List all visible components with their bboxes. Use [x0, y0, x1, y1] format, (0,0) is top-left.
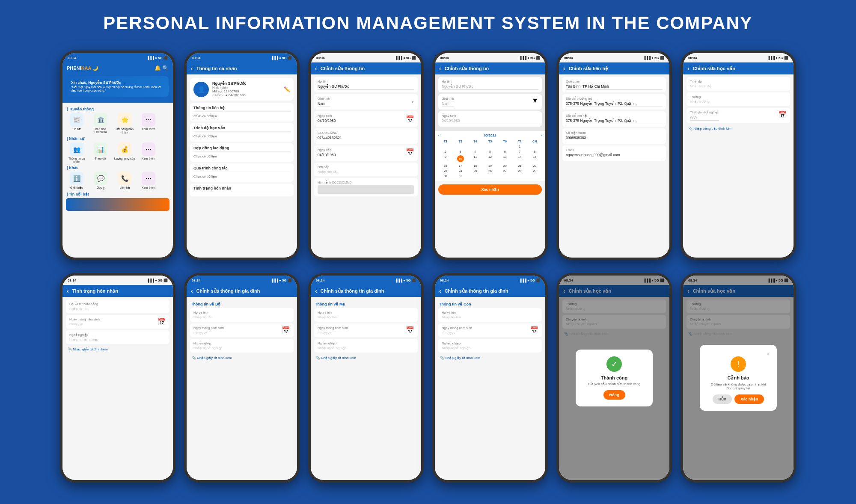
attach-child[interactable]: 📎 Nhập giấy tờ đính kèm: [438, 354, 542, 362]
field-vo-chong: Họ và tên vợ/chồng Nhập họ tên: [66, 299, 169, 313]
status-bar: 08:34 ▐▐▐ ● 5G ⬛: [62, 53, 173, 62]
phones-row-1: 08:34 ▐▐▐ ● 5G ⬛ PHENIKAA 🌙 🔔 🔍 Xin chào…: [17, 50, 839, 260]
menu-luong[interactable]: 💰 Lương, phụ cấp: [114, 142, 135, 163]
huy-button[interactable]: Hủy: [713, 394, 732, 404]
calendar-icon-mother: 📅: [406, 326, 414, 335]
contact-info-section[interactable]: Thông tin liên hệ Chưa có dữ liệu: [190, 103, 294, 122]
menu-xem-them-3[interactable]: ⋯ Xem thêm: [138, 172, 159, 190]
mother-section-label: Thông tin về Mẹ: [314, 302, 418, 306]
back-btn-contact[interactable]: ‹: [563, 65, 565, 72]
field-gioi-tinh[interactable]: Giới tính Nam ▼: [314, 94, 418, 110]
edit-contact-header: ‹ Chỉnh sửa liên hệ: [559, 62, 669, 74]
contract-section[interactable]: Hợp đồng lao động Chưa có dữ liệu: [190, 143, 294, 162]
menu-xem-them-2[interactable]: ⋯ Xem thêm: [138, 142, 159, 163]
menu-lien-he[interactable]: 📞 Liên hệ: [114, 172, 135, 190]
page-title: PERSONAL INFORMATION MANAGEMENT SYSTEM I…: [103, 13, 753, 33]
field-truong: Trường Nhập trường: [687, 92, 790, 106]
field-ten-bo: Họ và tên Nhập họ tên: [190, 308, 294, 322]
education-section[interactable]: Trình độ học vấn Chưa có dữ liệu: [190, 123, 294, 142]
section-truyen-thong: | Truyền thông: [66, 107, 169, 111]
warning-modal-overlay: ✕ ! Cảnh báo Dữ liệu sẽ không được cập n…: [683, 276, 794, 480]
personal-info-header: ‹ Thông tin cá nhân: [187, 62, 297, 74]
back-btn-father[interactable]: ‹: [191, 288, 193, 294]
success-modal-overlay: ✓ Thành công Gửi yêu cầu chỉnh sửa thành…: [559, 276, 669, 480]
field-que-quan: Quê quán Tân Bình, TP Hồ Chí Minh: [562, 77, 666, 92]
field-ngay-sinh-vo[interactable]: Ngày tháng năm sinh mm/yyyy 📅: [66, 315, 169, 329]
calendar-picker: ‹ 05/2022 › T2 T3 T4 T5 T6 T7 CN 1: [435, 131, 545, 181]
status-bar-4: 08:34 ▐▐▐ ● 5G ⬛: [435, 53, 545, 62]
status-bar-6: 08:34 ▐▐▐ ● 5G ⬛: [683, 53, 794, 62]
profile-card: 👤 Nguyễn Sư Phước Nhân viên Mã số: 12456…: [190, 78, 294, 101]
phone-family-father: 08:34 ▐▐▐ ● 5G ⬛ ‹ Chỉnh sửa thông tin g…: [184, 273, 300, 483]
menu-theo-doi[interactable]: 📊 Theo dõi: [90, 142, 111, 163]
field-trinh-do: Trình độ Nhập trình độ: [687, 77, 790, 91]
xac-nhan-button[interactable]: Xác nhận: [734, 394, 764, 404]
calendar-icon: 📅: [406, 115, 414, 123]
menu-thong-tin[interactable]: 👥 Thông tin cá nhân: [66, 142, 87, 163]
field-sdt: Số điện thoại 0908838383: [562, 128, 666, 144]
attach-mother[interactable]: 📎 Nhập giấy tờ đính kèm: [314, 354, 418, 362]
warning-icon: !: [731, 356, 746, 372]
menu-xem-them-1[interactable]: ⋯ Xem thêm: [138, 113, 159, 134]
warning-modal-title: Cảnh báo: [707, 375, 770, 381]
back-btn-mother[interactable]: ‹: [315, 288, 317, 294]
calendar-icon-edu: 📅: [778, 110, 787, 121]
field-hinh-cccd: Hình ảnh CCCD/CMND: [314, 178, 418, 196]
status-bar-9: 08:34 ▐▐▐ ● 5G ⬛: [311, 276, 421, 285]
field-ten-me: Họ và tên Nhập họ tên: [314, 308, 418, 322]
menu-tin-tuc[interactable]: 📰 Tin tức: [66, 113, 87, 134]
phone-family-mother: 08:34 ▐▐▐ ● 5G ⬛ ‹ Chỉnh sửa thông tin g…: [308, 273, 424, 483]
phones-grid: 08:34 ▐▐▐ ● 5G ⬛ PHENIKAA 🌙 🔔 🔍 Xin chào…: [17, 50, 839, 483]
work-history-section[interactable]: Quá trình công tác Chưa có dữ liệu: [190, 163, 294, 182]
edit-education-header: ‹ Chỉnh sửa học vấn: [683, 62, 794, 74]
father-section-label: Thông tin về Bố: [190, 302, 294, 306]
marital-section[interactable]: Tình trạng hôn nhân: [190, 184, 294, 196]
avatar: 👤: [193, 82, 209, 97]
status-bar-7: 08:34 ▐▐▐ ● 5G ⬛: [62, 276, 173, 285]
dong-button[interactable]: Đóng: [603, 390, 625, 400]
menu-gop-y[interactable]: 💬 Góp ý: [90, 172, 111, 190]
back-btn-child[interactable]: ‹: [439, 288, 441, 294]
back-btn-marital[interactable]: ‹: [67, 288, 69, 294]
featured-banner: [66, 198, 169, 211]
close-warning-icon[interactable]: ✕: [767, 352, 770, 356]
phones-row-2: 08:34 ▐▐▐ ● 5G ⬛ ‹ Tình trạng hôn nhân H…: [17, 273, 839, 483]
calendar-icon-father: 📅: [282, 326, 290, 335]
greeting-banner: Xin chào, Nguyễn Sư Phước "Mỗi một ngày …: [67, 76, 169, 97]
phone-edit-basic: 08:34 ▐▐▐ ● 5G ⬛ ‹ Chỉnh sửa thông tin H…: [308, 50, 424, 260]
field-ho-ten: Họ tên Nguyễn Sư Phước: [314, 77, 418, 92]
back-btn-edu[interactable]: ‹: [687, 65, 690, 72]
phone-family-child: 08:34 ▐▐▐ ● 5G ⬛ ‹ Chỉnh sửa thông tin g…: [432, 273, 548, 483]
family-child-header: ‹ Chỉnh sửa thông tin gia đình: [435, 285, 545, 297]
field-noi-cap: Nơi cấp Nhập nơi cấp: [314, 163, 418, 176]
success-modal-title: Thành công: [583, 375, 646, 380]
back-btn-edit[interactable]: ‹: [315, 65, 317, 72]
success-modal-desc: Gửi yêu cầu chỉnh sửa thành công: [583, 382, 646, 386]
field-ngay-sinh[interactable]: Ngày sinh 04/10/1980 📅: [314, 111, 418, 127]
warning-modal-box: ✕ ! Cảnh báo Dữ liệu sẽ không được cập n…: [700, 345, 777, 411]
phone-edit-education: 08:34 ▐▐▐ ● 5G ⬛ ‹ Chỉnh sửa học vấn Trì…: [681, 50, 796, 260]
edit-icon[interactable]: ✏️: [284, 86, 290, 92]
field-ngay-sinh-me[interactable]: Ngày tháng năm sinh mm/yyyy 📅: [314, 323, 418, 337]
menu-van-hoa[interactable]: 🏛️ Văn hóa Phenikaa: [90, 113, 111, 134]
attach-marital[interactable]: 📎 Nhập giấy tờ đính kèm: [66, 346, 169, 353]
menu-doi-song[interactable]: 🌟 Đời sống bản thân: [114, 113, 135, 134]
success-icon: ✓: [606, 356, 622, 372]
child-section-label: Thông tin về Con: [438, 302, 542, 306]
back-btn-date[interactable]: ‹: [439, 65, 441, 72]
menu-gioi-thieu[interactable]: ℹ️ Giới thiệu: [66, 172, 87, 190]
date-picker-header: ‹ Chỉnh sửa thông tin: [435, 62, 545, 74]
field-ngay-sinh-bo[interactable]: Ngày tháng năm sinh mm/yyyy 📅: [190, 323, 294, 337]
back-arrow[interactable]: ‹: [191, 65, 193, 72]
field-ngay-cap[interactable]: Ngày cấp 04/10/1980 📅: [314, 145, 418, 161]
field-ngay-sinh-con[interactable]: Ngày tháng năm sinh mm/yyyy 📅: [438, 323, 542, 337]
attach-father[interactable]: 📎 Nhập giấy tờ đính kèm: [190, 354, 294, 362]
field-nghe-me: Nghề nghiệp Nhập nghề nghiệp: [314, 339, 418, 353]
status-bar-3: 08:34 ▐▐▐ ● 5G ⬛: [311, 53, 421, 62]
field-email: Email nguyensuphuoc_009@gmail.com: [562, 145, 666, 161]
confirm-date-btn[interactable]: Xác nhận: [438, 184, 542, 195]
marital-header: ‹ Tình trạng hôn nhân: [62, 285, 173, 297]
attach-edu[interactable]: 📎 Nhập bằng cấp đính kèm: [687, 125, 790, 132]
field-tot-nghiep[interactable]: Thời gian tốt nghiệp yyyy 📅: [687, 108, 790, 123]
field-dia-chi-lien-he: Địa chỉ liên hệ 375-375 Nguyễn Trọng Tuy…: [562, 111, 666, 127]
